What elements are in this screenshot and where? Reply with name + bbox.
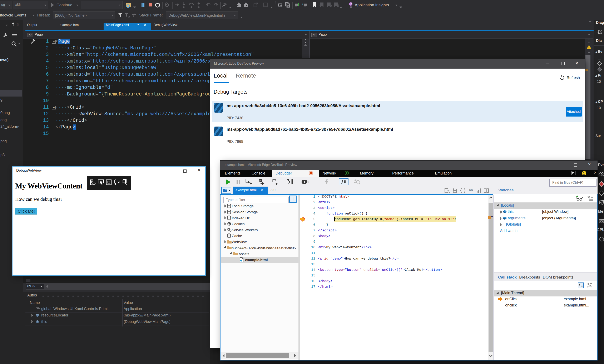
svg-text:?: ? bbox=[302, 2, 303, 6]
